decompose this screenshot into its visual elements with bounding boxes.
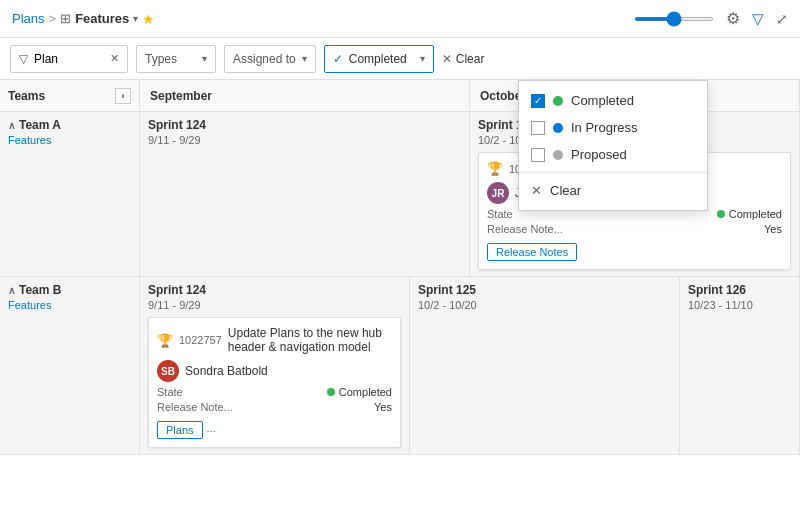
team-b-caret-icon[interactable]: ∧ xyxy=(8,285,15,296)
dropdown-item-completed[interactable]: Completed xyxy=(519,87,707,114)
team-b-sprint-126: Sprint 126 10/23 - 11/10 xyxy=(680,277,800,454)
types-label: Types xyxy=(145,52,177,66)
card-state-1022757: State Completed xyxy=(157,386,392,398)
team-b-sprint-126-title: Sprint 126 xyxy=(688,283,791,297)
zoom-slider[interactable] xyxy=(634,17,714,21)
breadcrumb-current: Features xyxy=(75,11,129,26)
avatar-1022757: SB xyxy=(157,360,179,382)
settings-icon[interactable]: ⚙ xyxy=(726,9,740,28)
tag-release-notes-1024415[interactable]: Release Notes xyxy=(487,243,577,261)
team-b-row: ∧ Team B Features Sprint 124 9/11 - 9/29… xyxy=(0,277,800,455)
state-label-b: State xyxy=(157,386,183,398)
dropdown-clear-label: Clear xyxy=(550,183,581,198)
completed-option-label: Completed xyxy=(571,93,634,108)
inprogress-checkbox[interactable] xyxy=(531,121,545,135)
completed-label: Completed xyxy=(349,52,407,66)
team-a-sprint-124-title: Sprint 124 xyxy=(148,118,461,132)
plan-input[interactable] xyxy=(34,52,104,66)
team-a-caret-icon[interactable]: ∧ xyxy=(8,120,15,131)
team-b-label: Team B xyxy=(19,283,61,297)
team-b-sprint-124-dates: 9/11 - 9/29 xyxy=(148,299,401,311)
clear-all-button[interactable]: ✕ Clear xyxy=(442,52,485,66)
chevron-down-icon[interactable]: ▾ xyxy=(133,13,138,24)
team-b-sprint-125-title: Sprint 125 xyxy=(418,283,671,297)
team-b-sprint-124-title: Sprint 124 xyxy=(148,283,401,297)
clear-all-label: Clear xyxy=(456,52,485,66)
team-a-name: ∧ Team A xyxy=(8,118,131,132)
team-b-item-1022757[interactable]: 🏆 1022757 Update Plans to the new hub he… xyxy=(148,317,401,448)
release-label: Release Note... xyxy=(487,223,563,235)
state-text-1022757: Completed xyxy=(339,386,392,398)
teams-column-header: Teams ‹ xyxy=(0,80,140,111)
completed-dropdown-popup: Completed In Progress Proposed ✕ Clear xyxy=(518,80,708,211)
assigned-filter[interactable]: Assigned to ▾ xyxy=(224,45,316,73)
state-value-1024415: Completed xyxy=(717,208,782,220)
top-bar: Plans > ⊞ Features ▾ ★ ⚙ ▽ ⤢ xyxy=(0,0,800,38)
proposed-checkbox[interactable] xyxy=(531,148,545,162)
team-b-sprint-126-dates: 10/23 - 11/10 xyxy=(688,299,791,311)
team-a-sprint-124-dates: 9/11 - 9/29 xyxy=(148,134,461,146)
completed-dot xyxy=(553,96,563,106)
filter-funnel-icon: ▽ xyxy=(19,52,28,66)
state-text-1024415: Completed xyxy=(729,208,782,220)
dropdown-clear-button[interactable]: ✕ Clear xyxy=(519,177,707,204)
dropdown-clear-x-icon: ✕ xyxy=(531,183,542,198)
types-chevron-icon: ▾ xyxy=(202,53,207,64)
team-a-link[interactable]: Features xyxy=(8,134,131,146)
card-id-1022757: 1022757 xyxy=(179,334,222,346)
state-label: State xyxy=(487,208,513,220)
team-b-sprint-124: Sprint 124 9/11 - 9/29 🏆 1022757 Update … xyxy=(140,277,410,454)
team-a-cell: ∧ Team A Features xyxy=(0,112,140,276)
completed-chevron-icon: ▾ xyxy=(420,53,425,64)
expand-icon[interactable]: ⤢ xyxy=(776,11,788,27)
team-b-sprint-125: Sprint 125 10/2 - 10/20 xyxy=(410,277,680,454)
team-b-link[interactable]: Features xyxy=(8,299,131,311)
proposed-dot xyxy=(553,150,563,160)
clear-x-icon: ✕ xyxy=(442,52,452,66)
tag-plans-1022757[interactable]: Plans xyxy=(157,421,203,439)
star-icon[interactable]: ★ xyxy=(142,11,155,27)
breadcrumb-separator: > xyxy=(49,11,57,26)
state-dot-1022757 xyxy=(327,388,335,396)
card-tags-1022757: Plans ... xyxy=(157,417,392,439)
plan-filter[interactable]: ▽ ✕ xyxy=(10,45,128,73)
breadcrumb: Plans > ⊞ Features ▾ ★ xyxy=(12,11,155,27)
release-value-1024415: Yes xyxy=(764,223,782,235)
completed-checkbox[interactable] xyxy=(531,94,545,108)
breadcrumb-parent[interactable]: Plans xyxy=(12,11,45,26)
card-header-1022757: 🏆 1022757 Update Plans to the new hub he… xyxy=(157,326,392,354)
assigned-label: Assigned to xyxy=(233,52,296,66)
tag-more-1022757[interactable]: ... xyxy=(207,422,216,434)
card-title-1022757: Update Plans to the new hub header & nav… xyxy=(228,326,392,354)
proposed-option-label: Proposed xyxy=(571,147,627,162)
team-b-section: ∧ Team B Features Sprint 124 9/11 - 9/29… xyxy=(0,277,800,455)
card-release-1024415: Release Note... Yes xyxy=(487,223,782,235)
team-a-sprint-124: Sprint 124 9/11 - 9/29 xyxy=(140,112,470,276)
team-b-cell: ∧ Team B Features xyxy=(0,277,140,454)
assigned-chevron-icon: ▾ xyxy=(302,53,307,64)
collapse-teams-button[interactable]: ‹ xyxy=(115,88,131,104)
types-filter[interactable]: Types ▾ xyxy=(136,45,216,73)
plan-clear-icon[interactable]: ✕ xyxy=(110,52,119,65)
state-dot-1024415 xyxy=(717,210,725,218)
release-label-b: Release Note... xyxy=(157,401,233,413)
filter-icon[interactable]: ▽ xyxy=(752,10,764,28)
september-label: September xyxy=(150,89,212,103)
board-icon: ⊞ xyxy=(60,11,71,26)
state-value-1022757: Completed xyxy=(327,386,392,398)
dropdown-item-inprogress[interactable]: In Progress xyxy=(519,114,707,141)
dropdown-divider xyxy=(519,172,707,173)
avatar-1024415: JR xyxy=(487,182,509,204)
team-a-label: Team A xyxy=(19,118,61,132)
inprogress-dot xyxy=(553,123,563,133)
assignee-row-1022757: SB Sondra Batbold xyxy=(157,360,392,382)
september-column-header: September xyxy=(140,80,470,111)
dropdown-item-proposed[interactable]: Proposed xyxy=(519,141,707,168)
team-b-name: ∧ Team B xyxy=(8,283,131,297)
release-value-1022757: Yes xyxy=(374,401,392,413)
team-b-sprint-125-dates: 10/2 - 10/20 xyxy=(418,299,671,311)
assignee-name-1022757: Sondra Batbold xyxy=(185,364,268,378)
completed-filter[interactable]: ✓ Completed ▾ xyxy=(324,45,434,73)
trophy-icon-1022757: 🏆 xyxy=(157,333,173,348)
team-b-sprints: Sprint 124 9/11 - 9/29 🏆 1022757 Update … xyxy=(140,277,800,454)
